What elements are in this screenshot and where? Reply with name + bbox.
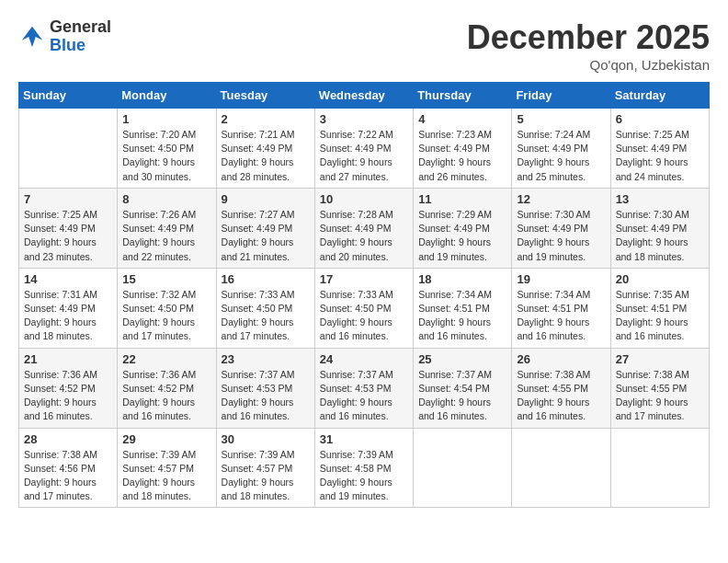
- table-row: 17 Sunrise: 7:33 AMSunset: 4:50 PMDaylig…: [314, 268, 413, 348]
- col-thursday: Thursday: [414, 83, 512, 109]
- day-number: 3: [320, 112, 408, 126]
- table-row: 22 Sunrise: 7:36 AMSunset: 4:52 PMDaylig…: [118, 348, 216, 428]
- day-number: 23: [222, 352, 310, 366]
- day-info: Sunrise: 7:27 AMSunset: 4:49 PMDaylight:…: [222, 208, 310, 264]
- day-info: Sunrise: 7:33 AMSunset: 4:50 PMDaylight:…: [222, 288, 310, 344]
- logo-text: General Blue: [50, 18, 111, 55]
- day-info: Sunrise: 7:39 AMSunset: 4:58 PMDaylight:…: [320, 448, 408, 504]
- day-info: Sunrise: 7:36 AMSunset: 4:52 PMDaylight:…: [24, 368, 112, 424]
- day-info: Sunrise: 7:21 AMSunset: 4:49 PMDaylight:…: [222, 128, 310, 184]
- col-sunday: Sunday: [19, 83, 118, 109]
- day-info: Sunrise: 7:26 AMSunset: 4:49 PMDaylight:…: [122, 208, 210, 264]
- col-tuesday: Tuesday: [216, 83, 314, 109]
- day-info: Sunrise: 7:20 AMSunset: 4:50 PMDaylight:…: [122, 128, 210, 184]
- day-number: 27: [616, 352, 704, 366]
- day-number: 19: [517, 272, 605, 286]
- table-row: 24 Sunrise: 7:37 AMSunset: 4:53 PMDaylig…: [314, 348, 413, 428]
- day-info: Sunrise: 7:28 AMSunset: 4:49 PMDaylight:…: [320, 208, 408, 264]
- table-row: 14 Sunrise: 7:31 AMSunset: 4:49 PMDaylig…: [19, 268, 118, 348]
- day-info: Sunrise: 7:32 AMSunset: 4:50 PMDaylight:…: [122, 288, 210, 344]
- table-row: 29 Sunrise: 7:39 AMSunset: 4:57 PMDaylig…: [118, 428, 216, 508]
- table-row: 13 Sunrise: 7:30 AMSunset: 4:49 PMDaylig…: [610, 188, 709, 268]
- calendar-week-row: 7 Sunrise: 7:25 AMSunset: 4:49 PMDayligh…: [19, 188, 710, 268]
- day-number: 4: [418, 112, 506, 126]
- table-row: 2 Sunrise: 7:21 AMSunset: 4:49 PMDayligh…: [216, 109, 314, 189]
- page-header: General Blue December 2025 Qo'qon, Uzbek…: [18, 18, 710, 73]
- table-row: 15 Sunrise: 7:32 AMSunset: 4:50 PMDaylig…: [118, 268, 216, 348]
- day-info: Sunrise: 7:37 AMSunset: 4:53 PMDaylight:…: [222, 368, 310, 424]
- table-row: [414, 428, 512, 508]
- col-friday: Friday: [512, 83, 610, 109]
- table-row: 8 Sunrise: 7:26 AMSunset: 4:49 PMDayligh…: [118, 188, 216, 268]
- table-row: 18 Sunrise: 7:34 AMSunset: 4:51 PMDaylig…: [414, 268, 512, 348]
- day-info: Sunrise: 7:25 AMSunset: 4:49 PMDaylight:…: [24, 208, 112, 264]
- day-number: 6: [616, 112, 704, 126]
- table-row: [19, 109, 118, 189]
- day-number: 30: [222, 432, 310, 446]
- table-row: 7 Sunrise: 7:25 AMSunset: 4:49 PMDayligh…: [19, 188, 118, 268]
- table-row: 23 Sunrise: 7:37 AMSunset: 4:53 PMDaylig…: [216, 348, 314, 428]
- table-row: 3 Sunrise: 7:22 AMSunset: 4:49 PMDayligh…: [314, 109, 413, 189]
- day-number: 13: [616, 192, 704, 206]
- table-row: [512, 428, 610, 508]
- day-info: Sunrise: 7:38 AMSunset: 4:55 PMDaylight:…: [616, 368, 704, 424]
- table-row: 5 Sunrise: 7:24 AMSunset: 4:49 PMDayligh…: [512, 109, 610, 189]
- day-info: Sunrise: 7:35 AMSunset: 4:51 PMDaylight:…: [616, 288, 704, 344]
- day-number: 18: [418, 272, 506, 286]
- day-info: Sunrise: 7:36 AMSunset: 4:52 PMDaylight:…: [122, 368, 210, 424]
- day-number: 24: [320, 352, 408, 366]
- day-info: Sunrise: 7:29 AMSunset: 4:49 PMDaylight:…: [418, 208, 506, 264]
- day-info: Sunrise: 7:38 AMSunset: 4:56 PMDaylight:…: [24, 448, 112, 504]
- day-number: 15: [122, 272, 210, 286]
- day-number: 8: [122, 192, 210, 206]
- month-title: December 2025: [467, 18, 710, 57]
- day-number: 16: [222, 272, 310, 286]
- day-info: Sunrise: 7:34 AMSunset: 4:51 PMDaylight:…: [517, 288, 605, 344]
- day-number: 22: [122, 352, 210, 366]
- table-row: 6 Sunrise: 7:25 AMSunset: 4:49 PMDayligh…: [610, 109, 709, 189]
- table-row: 21 Sunrise: 7:36 AMSunset: 4:52 PMDaylig…: [19, 348, 118, 428]
- table-row: 19 Sunrise: 7:34 AMSunset: 4:51 PMDaylig…: [512, 268, 610, 348]
- day-number: 26: [517, 352, 605, 366]
- table-row: [610, 428, 709, 508]
- day-number: 31: [320, 432, 408, 446]
- day-number: 9: [222, 192, 310, 206]
- day-info: Sunrise: 7:39 AMSunset: 4:57 PMDaylight:…: [222, 448, 310, 504]
- table-row: 27 Sunrise: 7:38 AMSunset: 4:55 PMDaylig…: [610, 348, 709, 428]
- table-row: 25 Sunrise: 7:37 AMSunset: 4:54 PMDaylig…: [414, 348, 512, 428]
- table-row: 4 Sunrise: 7:23 AMSunset: 4:49 PMDayligh…: [414, 109, 512, 189]
- table-row: 28 Sunrise: 7:38 AMSunset: 4:56 PMDaylig…: [19, 428, 118, 508]
- table-row: 12 Sunrise: 7:30 AMSunset: 4:49 PMDaylig…: [512, 188, 610, 268]
- col-saturday: Saturday: [610, 83, 709, 109]
- day-info: Sunrise: 7:38 AMSunset: 4:55 PMDaylight:…: [517, 368, 605, 424]
- table-row: 1 Sunrise: 7:20 AMSunset: 4:50 PMDayligh…: [118, 109, 216, 189]
- title-block: December 2025 Qo'qon, Uzbekistan: [467, 18, 710, 73]
- day-info: Sunrise: 7:22 AMSunset: 4:49 PMDaylight:…: [320, 128, 408, 184]
- table-row: 11 Sunrise: 7:29 AMSunset: 4:49 PMDaylig…: [414, 188, 512, 268]
- logo: General Blue: [18, 18, 111, 55]
- day-number: 11: [418, 192, 506, 206]
- calendar-header-row: Sunday Monday Tuesday Wednesday Thursday…: [19, 83, 710, 109]
- day-info: Sunrise: 7:23 AMSunset: 4:49 PMDaylight:…: [418, 128, 506, 184]
- logo-icon: [18, 23, 46, 51]
- day-info: Sunrise: 7:31 AMSunset: 4:49 PMDaylight:…: [24, 288, 112, 344]
- day-info: Sunrise: 7:30 AMSunset: 4:49 PMDaylight:…: [616, 208, 704, 264]
- day-info: Sunrise: 7:34 AMSunset: 4:51 PMDaylight:…: [418, 288, 506, 344]
- day-info: Sunrise: 7:33 AMSunset: 4:50 PMDaylight:…: [320, 288, 408, 344]
- day-info: Sunrise: 7:39 AMSunset: 4:57 PMDaylight:…: [122, 448, 210, 504]
- col-wednesday: Wednesday: [314, 83, 413, 109]
- day-info: Sunrise: 7:30 AMSunset: 4:49 PMDaylight:…: [517, 208, 605, 264]
- day-number: 28: [24, 432, 112, 446]
- table-row: 26 Sunrise: 7:38 AMSunset: 4:55 PMDaylig…: [512, 348, 610, 428]
- calendar-table: Sunday Monday Tuesday Wednesday Thursday…: [18, 82, 710, 508]
- day-number: 29: [122, 432, 210, 446]
- day-number: 2: [222, 112, 310, 126]
- calendar-week-row: 14 Sunrise: 7:31 AMSunset: 4:49 PMDaylig…: [19, 268, 710, 348]
- day-number: 25: [418, 352, 506, 366]
- day-info: Sunrise: 7:37 AMSunset: 4:54 PMDaylight:…: [418, 368, 506, 424]
- day-info: Sunrise: 7:25 AMSunset: 4:49 PMDaylight:…: [616, 128, 704, 184]
- day-number: 14: [24, 272, 112, 286]
- day-number: 7: [24, 192, 112, 206]
- day-info: Sunrise: 7:24 AMSunset: 4:49 PMDaylight:…: [517, 128, 605, 184]
- calendar-week-row: 28 Sunrise: 7:38 AMSunset: 4:56 PMDaylig…: [19, 428, 710, 508]
